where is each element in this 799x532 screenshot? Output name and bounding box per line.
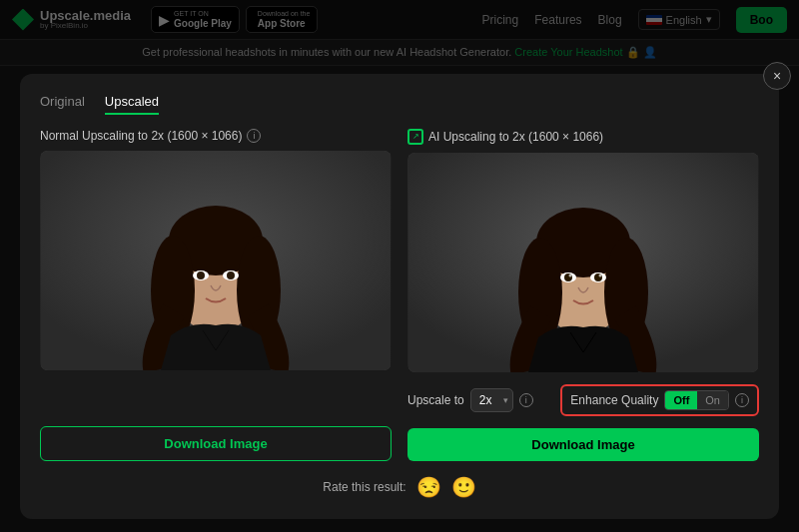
left-panel: Normal Upscaling to 2x (1600 × 1066) i	[40, 129, 392, 461]
left-panel-title: Normal Upscaling to 2x (1600 × 1066) i	[40, 129, 392, 143]
rate-section: Rate this result: 😒 🙂	[40, 475, 759, 499]
rate-bad-button[interactable]: 😒	[416, 475, 441, 499]
right-controls: Upscale to 2x 4x 8x ▾ i Enhance Qua	[407, 382, 759, 418]
svg-point-10	[197, 271, 205, 279]
download-left-button[interactable]: Download Image	[40, 426, 392, 461]
upscale-label: Upscale to	[407, 393, 464, 407]
enhance-quality-label: Enhance Quality	[570, 393, 658, 407]
comparison-area: Normal Upscaling to 2x (1600 × 1066) i	[40, 129, 759, 461]
ai-upscale-icon: ↗	[407, 129, 423, 145]
left-image-box	[40, 151, 392, 370]
right-panel-title: ↗ AI Upscaling to 2x (1600 × 1066)	[407, 129, 759, 145]
svg-point-25	[599, 273, 602, 276]
enhance-quality-group: Enhance Quality Off On i	[560, 384, 759, 416]
upscale-select-group: Upscale to 2x 4x 8x ▾ i	[407, 388, 533, 412]
download-right-button[interactable]: Download Image	[407, 428, 759, 461]
toggle-on-button[interactable]: On	[697, 391, 728, 409]
rate-label: Rate this result:	[323, 480, 405, 494]
left-info-icon[interactable]: i	[247, 129, 261, 143]
tab-original[interactable]: Original	[40, 94, 85, 115]
tabs: Original Upscaled	[40, 94, 759, 115]
tab-upscaled[interactable]: Upscaled	[105, 94, 159, 115]
toggle-off-button[interactable]: Off	[665, 391, 697, 409]
right-image-box	[407, 153, 759, 372]
upscale-select-wrapper[interactable]: 2x 4x 8x ▾	[470, 388, 513, 412]
modal-container: × Original Upscaled Normal Upscaling to …	[20, 74, 779, 519]
left-controls	[40, 380, 392, 416]
upscale-info-icon[interactable]: i	[519, 393, 533, 407]
upscale-select[interactable]: 2x 4x 8x	[470, 388, 513, 412]
close-button[interactable]: ×	[763, 62, 791, 90]
right-portrait-svg	[407, 153, 759, 372]
svg-point-11	[227, 271, 235, 279]
modal-overlay: × Original Upscaled Normal Upscaling to …	[0, 0, 799, 532]
right-panel: ↗ AI Upscaling to 2x (1600 × 1066)	[407, 129, 759, 461]
svg-point-24	[569, 273, 572, 276]
enhance-info-icon[interactable]: i	[735, 393, 749, 407]
left-portrait-svg	[40, 151, 392, 370]
enhance-toggle: Off On	[664, 390, 729, 410]
rate-good-button[interactable]: 🙂	[451, 475, 476, 499]
